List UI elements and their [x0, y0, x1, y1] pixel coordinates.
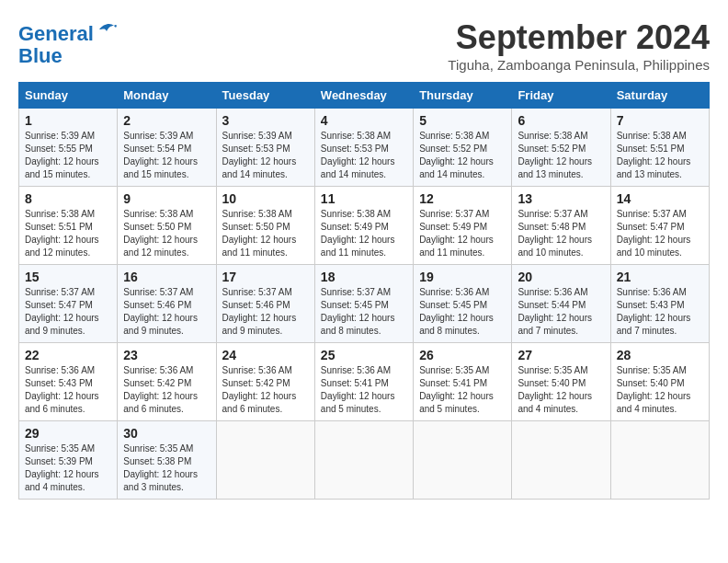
day-detail: Sunrise: 5:38 AMSunset: 5:49 PMDaylight:…	[321, 208, 407, 259]
day-number: 10	[222, 191, 309, 206]
weekday-header-wednesday: Wednesday	[314, 83, 413, 109]
day-detail: Sunrise: 5:39 AMSunset: 5:55 PMDaylight:…	[25, 130, 111, 181]
day-detail: Sunrise: 5:39 AMSunset: 5:54 PMDaylight:…	[123, 130, 210, 181]
day-detail: Sunrise: 5:38 AMSunset: 5:51 PMDaylight:…	[25, 208, 111, 259]
day-number: 30	[123, 426, 210, 441]
day-detail: Sunrise: 5:36 AMSunset: 5:43 PMDaylight:…	[25, 364, 111, 416]
calendar-cell: 10 Sunrise: 5:38 AMSunset: 5:50 PMDaylig…	[216, 187, 314, 265]
day-detail: Sunrise: 5:36 AMSunset: 5:42 PMDaylight:…	[123, 364, 210, 416]
day-detail: Sunrise: 5:38 AMSunset: 5:53 PMDaylight:…	[321, 130, 407, 181]
day-detail: Sunrise: 5:35 AMSunset: 5:39 PMDaylight:…	[25, 442, 111, 494]
calendar-cell: 16 Sunrise: 5:37 AMSunset: 5:46 PMDaylig…	[118, 265, 216, 343]
day-detail: Sunrise: 5:39 AMSunset: 5:53 PMDaylight:…	[222, 130, 309, 181]
weekday-header-saturday: Saturday	[610, 83, 709, 109]
day-number: 11	[321, 191, 407, 206]
day-number: 8	[25, 191, 111, 206]
day-number: 4	[321, 113, 407, 128]
weekday-header-row: SundayMondayTuesdayWednesdayThursdayFrid…	[19, 83, 710, 109]
day-number: 15	[25, 270, 111, 284]
calendar-cell: 20 Sunrise: 5:36 AMSunset: 5:44 PMDaylig…	[512, 265, 610, 343]
day-number: 7	[617, 113, 703, 128]
calendar-cell: 27 Sunrise: 5:35 AMSunset: 5:40 PMDaylig…	[512, 343, 610, 421]
day-number: 12	[419, 191, 506, 206]
day-number: 23	[123, 348, 210, 362]
day-detail: Sunrise: 5:36 AMSunset: 5:45 PMDaylight:…	[419, 286, 506, 338]
day-number: 20	[518, 270, 604, 284]
weekday-header-tuesday: Tuesday	[216, 83, 314, 109]
calendar-week-3: 15 Sunrise: 5:37 AMSunset: 5:47 PMDaylig…	[19, 265, 710, 343]
calendar-cell	[216, 421, 314, 500]
calendar-cell	[610, 421, 709, 500]
calendar-cell: 7 Sunrise: 5:38 AMSunset: 5:51 PMDayligh…	[610, 109, 709, 187]
day-number: 17	[222, 270, 309, 284]
calendar-cell: 1 Sunrise: 5:39 AMSunset: 5:55 PMDayligh…	[19, 109, 118, 187]
calendar-cell: 6 Sunrise: 5:38 AMSunset: 5:52 PMDayligh…	[512, 109, 610, 187]
logo: General Blue	[18, 18, 118, 67]
calendar-cell: 19 Sunrise: 5:36 AMSunset: 5:45 PMDaylig…	[414, 265, 512, 343]
calendar-cell: 15 Sunrise: 5:37 AMSunset: 5:47 PMDaylig…	[19, 265, 118, 343]
calendar-cell	[512, 421, 610, 500]
day-detail: Sunrise: 5:37 AMSunset: 5:45 PMDaylight:…	[321, 286, 407, 338]
day-number: 22	[25, 348, 111, 362]
calendar-cell: 28 Sunrise: 5:35 AMSunset: 5:40 PMDaylig…	[610, 343, 709, 421]
day-detail: Sunrise: 5:37 AMSunset: 5:46 PMDaylight:…	[123, 286, 210, 338]
day-detail: Sunrise: 5:35 AMSunset: 5:40 PMDaylight:…	[518, 364, 604, 416]
day-number: 13	[518, 191, 604, 206]
day-number: 25	[321, 348, 407, 362]
calendar-week-5: 29 Sunrise: 5:35 AMSunset: 5:39 PMDaylig…	[19, 421, 710, 500]
day-number: 6	[518, 113, 604, 128]
logo-general: General	[18, 22, 94, 45]
day-detail: Sunrise: 5:37 AMSunset: 5:46 PMDaylight:…	[222, 286, 309, 338]
calendar-cell: 23 Sunrise: 5:36 AMSunset: 5:42 PMDaylig…	[118, 343, 216, 421]
day-number: 24	[222, 348, 309, 362]
day-number: 19	[419, 270, 506, 284]
month-title: September 2024	[448, 18, 710, 57]
calendar-cell: 8 Sunrise: 5:38 AMSunset: 5:51 PMDayligh…	[19, 187, 118, 265]
calendar-cell: 9 Sunrise: 5:38 AMSunset: 5:50 PMDayligh…	[118, 187, 216, 265]
day-detail: Sunrise: 5:38 AMSunset: 5:50 PMDaylight:…	[222, 208, 309, 259]
calendar-cell: 21 Sunrise: 5:36 AMSunset: 5:43 PMDaylig…	[610, 265, 709, 343]
calendar-week-4: 22 Sunrise: 5:36 AMSunset: 5:43 PMDaylig…	[19, 343, 710, 421]
calendar-cell: 11 Sunrise: 5:38 AMSunset: 5:49 PMDaylig…	[314, 187, 413, 265]
day-detail: Sunrise: 5:37 AMSunset: 5:48 PMDaylight:…	[518, 208, 604, 259]
day-number: 27	[518, 348, 604, 362]
day-number: 16	[123, 270, 210, 284]
day-number: 29	[25, 426, 111, 441]
calendar-week-1: 1 Sunrise: 5:39 AMSunset: 5:55 PMDayligh…	[19, 109, 710, 187]
location: Tiguha, Zamboanga Peninsula, Philippines	[448, 57, 710, 73]
day-number: 3	[222, 113, 309, 128]
day-number: 26	[419, 348, 506, 362]
calendar-cell: 24 Sunrise: 5:36 AMSunset: 5:42 PMDaylig…	[216, 343, 314, 421]
calendar-cell: 4 Sunrise: 5:38 AMSunset: 5:53 PMDayligh…	[314, 109, 413, 187]
day-detail: Sunrise: 5:38 AMSunset: 5:50 PMDaylight:…	[123, 208, 210, 259]
page-header: General Blue September 2024 Tiguha, Zamb…	[18, 18, 710, 73]
calendar-cell: 13 Sunrise: 5:37 AMSunset: 5:48 PMDaylig…	[512, 187, 610, 265]
day-detail: Sunrise: 5:36 AMSunset: 5:44 PMDaylight:…	[518, 286, 604, 338]
day-number: 21	[617, 270, 703, 284]
day-number: 5	[419, 113, 506, 128]
day-detail: Sunrise: 5:37 AMSunset: 5:47 PMDaylight:…	[617, 208, 703, 259]
day-detail: Sunrise: 5:35 AMSunset: 5:41 PMDaylight:…	[419, 364, 506, 416]
logo-bird-icon	[96, 18, 118, 40]
day-number: 28	[617, 348, 703, 362]
logo-text: General	[18, 18, 118, 45]
calendar-cell: 5 Sunrise: 5:38 AMSunset: 5:52 PMDayligh…	[414, 109, 512, 187]
calendar-cell: 22 Sunrise: 5:36 AMSunset: 5:43 PMDaylig…	[19, 343, 118, 421]
day-detail: Sunrise: 5:38 AMSunset: 5:52 PMDaylight:…	[518, 130, 604, 181]
calendar-cell: 12 Sunrise: 5:37 AMSunset: 5:49 PMDaylig…	[414, 187, 512, 265]
calendar-cell: 25 Sunrise: 5:36 AMSunset: 5:41 PMDaylig…	[314, 343, 413, 421]
calendar-cell: 17 Sunrise: 5:37 AMSunset: 5:46 PMDaylig…	[216, 265, 314, 343]
day-detail: Sunrise: 5:38 AMSunset: 5:52 PMDaylight:…	[419, 130, 506, 181]
day-number: 18	[321, 270, 407, 284]
day-detail: Sunrise: 5:35 AMSunset: 5:40 PMDaylight:…	[617, 364, 703, 416]
calendar-cell: 3 Sunrise: 5:39 AMSunset: 5:53 PMDayligh…	[216, 109, 314, 187]
day-detail: Sunrise: 5:37 AMSunset: 5:47 PMDaylight:…	[25, 286, 111, 338]
day-number: 1	[25, 113, 111, 128]
calendar-cell: 2 Sunrise: 5:39 AMSunset: 5:54 PMDayligh…	[118, 109, 216, 187]
day-detail: Sunrise: 5:38 AMSunset: 5:51 PMDaylight:…	[617, 130, 703, 181]
calendar-cell: 30 Sunrise: 5:35 AMSunset: 5:38 PMDaylig…	[118, 421, 216, 500]
calendar-cell	[414, 421, 512, 500]
calendar-cell: 14 Sunrise: 5:37 AMSunset: 5:47 PMDaylig…	[610, 187, 709, 265]
calendar-week-2: 8 Sunrise: 5:38 AMSunset: 5:51 PMDayligh…	[19, 187, 710, 265]
weekday-header-monday: Monday	[118, 83, 216, 109]
